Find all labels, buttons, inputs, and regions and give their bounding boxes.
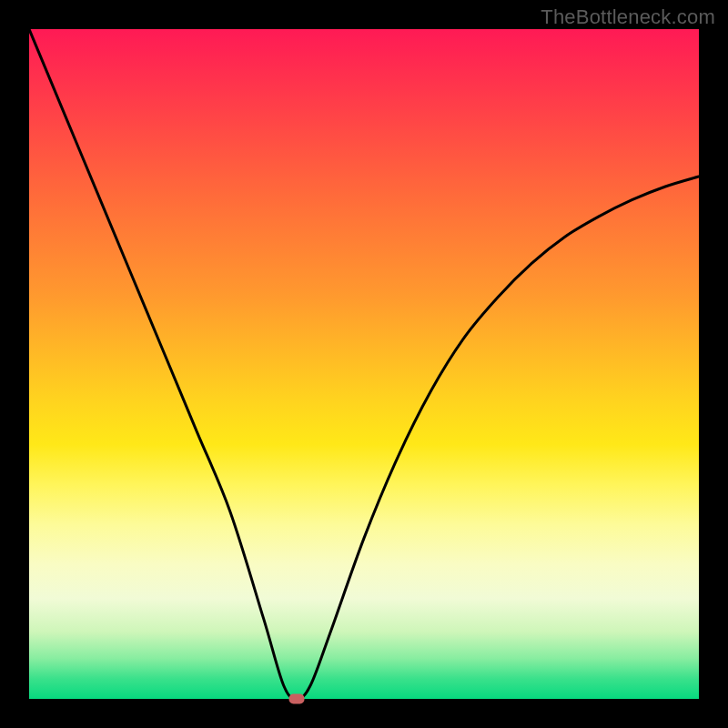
chart-plot-area [29, 29, 699, 699]
optimal-point-marker [289, 694, 305, 704]
bottleneck-curve [29, 29, 699, 699]
chart-frame: TheBottleneck.com [0, 0, 728, 728]
watermark-text: TheBottleneck.com [541, 5, 715, 29]
